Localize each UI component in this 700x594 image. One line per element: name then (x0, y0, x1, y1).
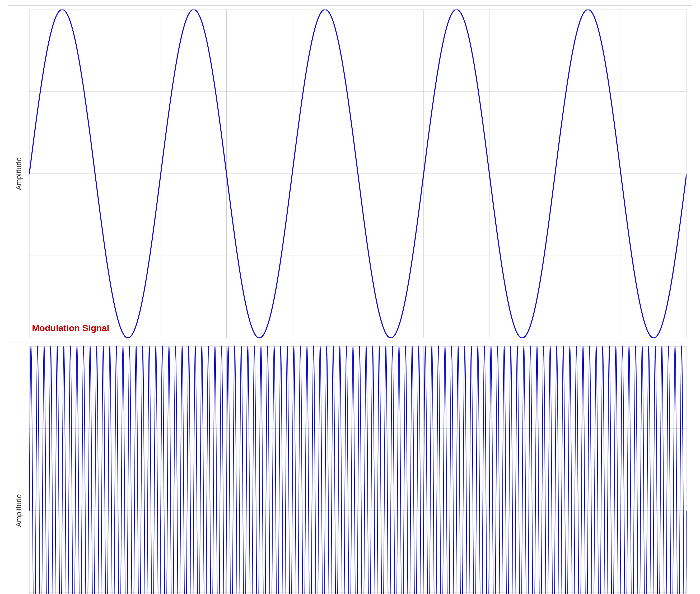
carrier-chart-area: Carrier Signal (29, 346, 687, 594)
modulation-chart-area: Modulation Signal (29, 9, 687, 338)
y-axis-label-2: Amplitude (8, 342, 29, 594)
carrier-panel: Amplitude Carrier Signal (8, 342, 692, 594)
modulation-canvas (29, 9, 687, 338)
carrier-canvas (29, 346, 687, 594)
page-container: Amplitude Modulation Signal Amplitude Ca… (0, 0, 700, 594)
y-axis-label-1: Amplitude (8, 5, 29, 342)
modulation-panel: Amplitude Modulation Signal (8, 5, 692, 342)
modulation-signal-label: Modulation Signal (32, 323, 109, 333)
